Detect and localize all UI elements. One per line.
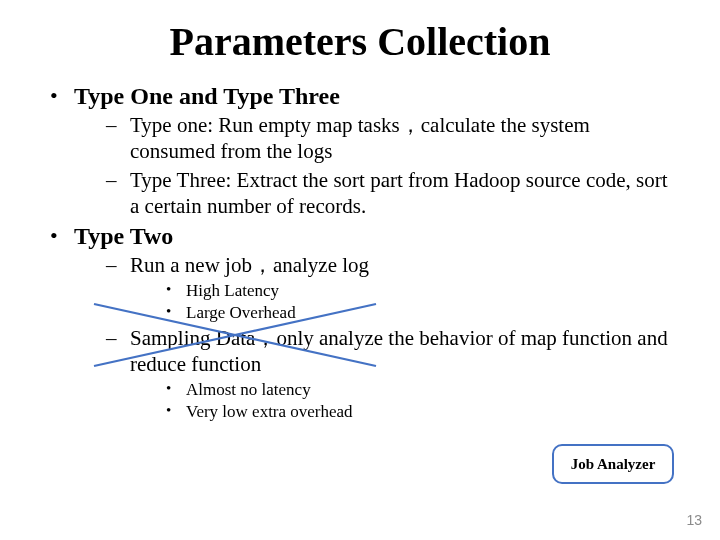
sub-item-rejected: Run a new job，analyze log High Latency L… [102,252,680,323]
sub-item-text: Sampling Data，only analyze the behavior … [130,326,668,376]
sub-sub-list: High Latency Large Overhead [130,280,680,323]
sub-sub-item: Almost no latency [158,379,680,400]
sub-sub-item: High Latency [158,280,680,301]
slide: Parameters Collection Type One and Type … [0,0,720,540]
sub-sub-item: Large Overhead [158,302,680,323]
sub-item-accepted: Sampling Data，only analyze the behavior … [102,325,680,422]
sub-item: Type Three: Extract the sort part from H… [102,167,680,220]
slide-title: Parameters Collection [40,18,680,65]
sub-list: Type one: Run empty map tasks，calculate … [74,112,680,219]
bullet-type-one-three: Type One and Type Three Type one: Run em… [44,83,680,219]
sub-item-text: Run a new job，analyze log [130,253,369,277]
sub-list: Run a new job，analyze log High Latency L… [74,252,680,422]
page-number: 13 [686,512,702,528]
callout-job-analyzer: Job Analyzer [552,444,674,484]
bullet-heading: Type Two [74,223,173,249]
bullet-list: Type One and Type Three Type one: Run em… [40,83,680,422]
sub-sub-item: Very low extra overhead [158,401,680,422]
bullet-heading: Type One and Type Three [74,83,340,109]
sub-item: Type one: Run empty map tasks，calculate … [102,112,680,165]
bullet-type-two: Type Two Run a new job，analyze log High … [44,223,680,422]
sub-sub-list: Almost no latency Very low extra overhea… [130,379,680,422]
callout-label: Job Analyzer [571,456,656,473]
